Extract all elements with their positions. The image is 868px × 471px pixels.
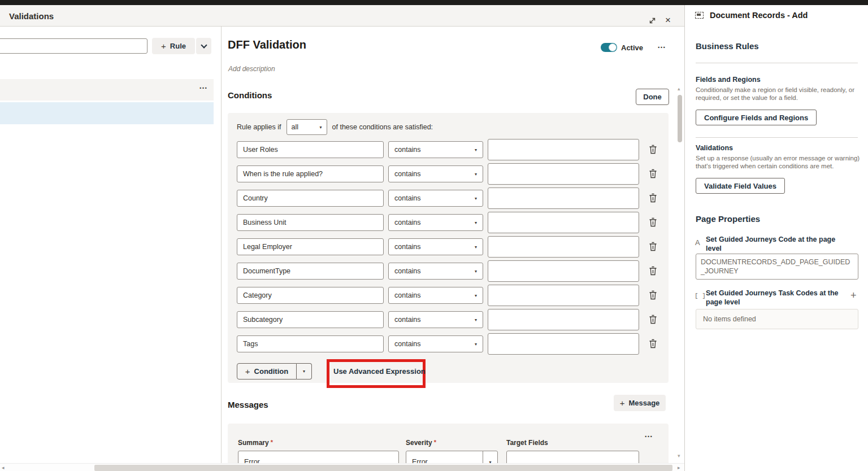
condition-row: Business Unit contains▾ bbox=[237, 213, 659, 237]
rules-search-input[interactable] bbox=[0, 38, 147, 54]
delete-condition-button[interactable] bbox=[647, 144, 658, 156]
add-condition-button[interactable]: + Condition bbox=[237, 363, 297, 380]
operator-value: contains bbox=[394, 146, 421, 154]
dropdown-arrow-icon: ▾ bbox=[475, 269, 477, 274]
fields-and-regions-description: Conditionally make a region or field vis… bbox=[696, 86, 864, 102]
condition-rows: User Roles contains▾ When is the rule ap… bbox=[237, 140, 659, 359]
condition-field-input[interactable]: When is the rule applied? bbox=[237, 165, 384, 182]
trash-icon bbox=[649, 242, 657, 251]
condition-row: Category contains▾ bbox=[237, 286, 659, 310]
add-task-code-icon[interactable]: + bbox=[850, 290, 857, 300]
conditions-panel: Rule applies if all ▾ of these condition… bbox=[228, 113, 669, 383]
scroll-up-icon[interactable]: ▴ bbox=[678, 86, 680, 91]
conditions-heading: Conditions bbox=[228, 90, 272, 100]
delete-condition-button[interactable] bbox=[647, 265, 658, 278]
dropdown-arrow-icon: ▾ bbox=[475, 293, 477, 298]
condition-field-input[interactable]: Subcategory bbox=[237, 311, 384, 328]
add-rule-dropdown-button[interactable] bbox=[196, 38, 211, 54]
required-icon: * bbox=[434, 439, 436, 446]
condition-value-input[interactable] bbox=[488, 285, 639, 306]
vertical-scroll-thumb[interactable] bbox=[678, 95, 682, 142]
condition-field-input[interactable]: DocumentType bbox=[237, 263, 384, 280]
message-overflow-icon[interactable]: … bbox=[644, 429, 653, 439]
condition-field-input[interactable]: Tags bbox=[237, 335, 384, 352]
configure-fields-regions-button[interactable]: Configure Fields and Regions bbox=[696, 110, 817, 125]
delete-condition-button[interactable] bbox=[647, 314, 658, 326]
dropdown-arrow-icon: ▾ bbox=[475, 220, 477, 225]
trash-icon bbox=[649, 266, 657, 276]
condition-operator-select[interactable]: contains▾ bbox=[388, 214, 483, 231]
condition-value-input[interactable] bbox=[488, 236, 639, 258]
delete-condition-button[interactable] bbox=[647, 217, 658, 229]
trash-icon bbox=[649, 169, 657, 178]
app-window: Validations × + Rule … DFF Validation Ac… bbox=[0, 0, 868, 471]
condition-value-input[interactable] bbox=[488, 309, 639, 330]
condition-value-input[interactable] bbox=[488, 163, 639, 185]
condition-row: Legal Employer contains▾ bbox=[237, 237, 659, 261]
condition-row: Country contains▾ bbox=[237, 189, 659, 213]
rules-list-overflow-icon[interactable]: … bbox=[196, 80, 211, 91]
expand-icon[interactable] bbox=[646, 15, 658, 26]
validate-field-values-button[interactable]: Validate Field Values bbox=[696, 178, 785, 194]
rule-overflow-icon[interactable]: … bbox=[657, 40, 666, 50]
condition-operator-select[interactable]: contains▾ bbox=[388, 335, 483, 352]
selected-rule-row[interactable] bbox=[0, 102, 214, 124]
condition-field-input[interactable]: Legal Employer bbox=[237, 238, 384, 255]
active-toggle-label: Active bbox=[621, 43, 643, 52]
close-icon[interactable]: × bbox=[662, 15, 674, 26]
condition-field-input[interactable]: User Roles bbox=[237, 141, 384, 158]
guided-journeys-code-input[interactable]: DOCUMENTRECORDS_ADD_PAGE_GUIDED_JOURNEY bbox=[696, 254, 858, 280]
condition-operator-select[interactable]: contains▾ bbox=[388, 263, 483, 280]
add-rule-button[interactable]: + Rule bbox=[152, 38, 195, 54]
delete-condition-button[interactable] bbox=[647, 338, 658, 351]
condition-value-input[interactable] bbox=[488, 212, 639, 233]
condition-operator-select[interactable]: contains▾ bbox=[388, 165, 483, 182]
condition-value-input[interactable] bbox=[488, 187, 639, 209]
condition-operator-select[interactable]: contains▾ bbox=[388, 238, 483, 255]
window-top-strip bbox=[0, 0, 868, 5]
main-vertical-scrollbar[interactable]: ▴ ▾ bbox=[676, 86, 684, 463]
validations-description: Set up a response (usually an error mess… bbox=[696, 154, 864, 170]
panel-title: Validations bbox=[9, 11, 54, 21]
add-description-link[interactable]: Add description bbox=[228, 65, 275, 73]
add-rule-label: Rule bbox=[170, 42, 186, 50]
task-codes-empty-state: No items defined bbox=[696, 309, 858, 329]
condition-row: Subcategory contains▾ bbox=[237, 310, 659, 334]
scroll-down-icon[interactable]: ▾ bbox=[678, 453, 680, 459]
array-property-icon: [ ] bbox=[695, 293, 706, 299]
horizontal-scroll-thumb[interactable] bbox=[94, 465, 672, 471]
condition-row: DocumentType contains▾ bbox=[237, 261, 659, 286]
done-button[interactable]: Done bbox=[636, 89, 669, 105]
operator-value: contains bbox=[394, 194, 421, 202]
scroll-left-icon[interactable]: ◂ bbox=[2, 465, 5, 470]
condition-operator-select[interactable]: contains▾ bbox=[388, 311, 483, 328]
dropdown-arrow-icon: ▾ bbox=[475, 147, 477, 152]
condition-row: When is the rule applied? contains▾ bbox=[237, 164, 659, 189]
fields-and-regions-heading: Fields and Regions bbox=[696, 76, 761, 84]
validations-titlebar: Validations × bbox=[0, 5, 684, 27]
use-advanced-expression-link[interactable]: Use Advanced Expression bbox=[333, 367, 426, 376]
condition-value-input[interactable] bbox=[488, 260, 639, 282]
condition-operator-select[interactable]: contains▾ bbox=[388, 141, 483, 158]
delete-condition-button[interactable] bbox=[647, 290, 658, 302]
condition-operator-select[interactable]: contains▾ bbox=[388, 287, 483, 304]
delete-condition-button[interactable] bbox=[647, 241, 658, 254]
condition-operator-select[interactable]: contains▾ bbox=[388, 190, 483, 207]
add-message-button[interactable]: + Message bbox=[614, 395, 666, 411]
delete-condition-button[interactable] bbox=[647, 193, 658, 205]
chevron-down-icon bbox=[201, 42, 207, 48]
add-condition-split-button: + Condition ▾ bbox=[237, 363, 312, 380]
properties-sidebar: Document Records - Add Business Rules Fi… bbox=[684, 5, 868, 471]
add-condition-dropdown-button[interactable]: ▾ bbox=[297, 363, 312, 380]
horizontal-scrollbar[interactable]: ◂ ▸ bbox=[0, 463, 684, 471]
match-type-select[interactable]: all ▾ bbox=[287, 119, 327, 135]
condition-field-input[interactable]: Business Unit bbox=[237, 214, 384, 231]
condition-value-input[interactable] bbox=[488, 333, 639, 355]
condition-field-input[interactable]: Category bbox=[237, 287, 384, 304]
scroll-right-icon[interactable]: ▸ bbox=[678, 465, 680, 470]
delete-condition-button[interactable] bbox=[647, 168, 658, 181]
condition-field-input[interactable]: Country bbox=[237, 190, 384, 207]
active-toggle[interactable] bbox=[601, 43, 617, 52]
rule-applies-row: Rule applies if all ▾ of these condition… bbox=[237, 119, 433, 136]
condition-value-input[interactable] bbox=[488, 139, 639, 160]
